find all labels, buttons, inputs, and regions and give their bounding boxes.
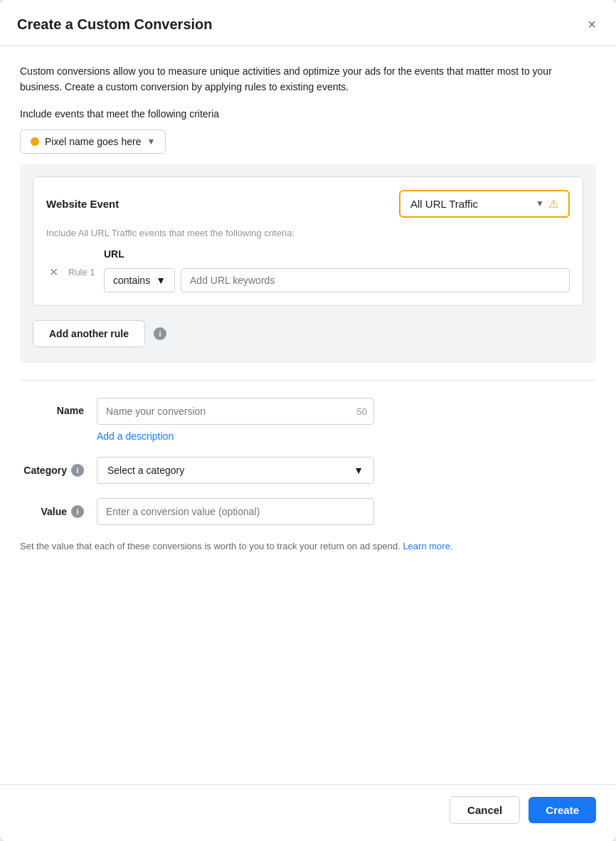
name-input[interactable] [97,398,374,425]
url-keyword-input[interactable] [181,268,570,292]
name-field-row: Name 50 Add a description [20,398,596,443]
value-label: Value [41,506,67,517]
rule-label: Rule 1 [68,267,97,277]
value-info-icon[interactable]: i [71,505,84,518]
description-text: Custom conversions allow you to measure … [20,63,596,95]
criteria-label: Include events that meet the following c… [20,108,596,120]
rule-condition-dropdown[interactable]: contains ▼ [104,268,175,292]
add-rule-button[interactable]: Add another rule [33,320,145,347]
modal-body: Custom conversions allow you to measure … [0,46,616,784]
category-field-row: Category i Select a category ▼ [20,457,596,484]
include-criteria-text: Include All URL Traffic events that meet… [46,228,570,238]
remove-rule-button[interactable]: ✕ [46,264,61,280]
create-button[interactable]: Create [529,797,596,823]
section-divider [20,380,596,381]
category-value: Select a category [107,465,184,476]
category-info-icon[interactable]: i [71,464,84,477]
footer-note: Set the value that each of these convers… [20,539,596,554]
category-label: Category [23,465,67,476]
pixel-status-dot [31,137,39,146]
url-traffic-icons: ▼ ⚠ [536,197,558,211]
url-traffic-dropdown[interactable]: All URL Traffic ▼ ⚠ [399,190,570,218]
rule-inputs: URL contains ▼ [104,248,570,292]
value-control-wrapper [97,498,596,525]
modal-footer: Cancel Create [0,784,616,841]
rule-type-label: URL [104,248,570,260]
category-control-wrapper: Select a category ▼ [97,457,596,484]
url-traffic-value: All URL Traffic [410,198,478,210]
website-event-row: Website Event All URL Traffic ▼ ⚠ [46,190,570,218]
value-label-wrapper: Value i [20,498,84,518]
name-control-wrapper: 50 Add a description [97,398,596,443]
pixel-selector[interactable]: Pixel name goes here ▼ [20,129,166,154]
footer-note-text: Set the value that each of these convers… [20,541,400,551]
name-input-wrapper: 50 [97,398,374,425]
cancel-button[interactable]: Cancel [450,796,520,824]
category-dropdown[interactable]: Select a category ▼ [97,457,374,484]
rules-container: Website Event All URL Traffic ▼ ⚠ Includ… [20,164,596,363]
modal-container: Create a Custom Conversion × Custom conv… [0,0,616,841]
rule-row: ✕ Rule 1 URL contains ▼ [46,248,570,292]
modal-header: Create a Custom Conversion × [0,0,616,46]
modal-title: Create a Custom Conversion [17,16,213,33]
url-traffic-chevron-icon: ▼ [536,199,544,208]
add-rule-info-icon[interactable]: i [154,327,166,340]
pixel-chevron-icon: ▼ [147,137,155,147]
name-label: Name [20,398,84,416]
pixel-name: Pixel name goes here [45,136,141,147]
close-button[interactable]: × [585,14,599,34]
category-label-wrapper: Category i [20,457,84,477]
char-count: 50 [357,406,367,416]
rule-box: Website Event All URL Traffic ▼ ⚠ Includ… [33,176,583,306]
rule-controls: contains ▼ [104,268,570,292]
add-rule-row: Add another rule i [33,317,583,350]
value-input[interactable] [97,498,374,525]
rule-condition-value: contains [113,275,150,286]
rule-condition-chevron-icon: ▼ [156,275,166,286]
category-chevron-icon: ▼ [354,465,363,476]
website-event-label: Website Event [46,198,119,210]
url-traffic-warning-icon: ⚠ [548,197,558,211]
value-field-row: Value i [20,498,596,525]
form-section: Name 50 Add a description Category i [20,398,596,525]
add-description-link[interactable]: Add a description [97,430,174,442]
learn-more-link[interactable]: Learn more. [403,541,452,551]
